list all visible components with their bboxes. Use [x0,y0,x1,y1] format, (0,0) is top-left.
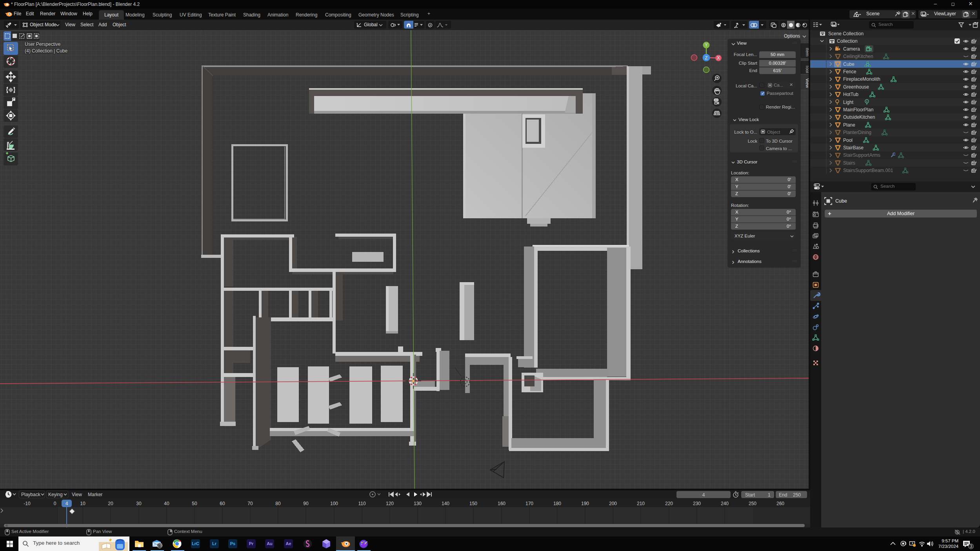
svg-text:FireplaceMonolith: FireplaceMonolith [843,76,880,82]
svg-text:260: 260 [776,501,784,506]
svg-text:4: 4 [702,492,705,498]
svg-text:4: 4 [65,501,68,506]
svg-text:X: X [717,55,720,61]
svg-text:90: 90 [303,501,309,506]
svg-text:Stairs: Stairs [843,160,855,166]
svg-text:Pool: Pool [843,138,853,143]
svg-text:170: 170 [525,501,533,506]
svg-text:100: 100 [330,501,338,506]
svg-text:130: 130 [414,501,422,506]
svg-text:Plane: Plane [843,122,855,128]
svg-text:-10: -10 [24,501,31,506]
svg-text:180: 180 [553,501,561,506]
svg-text:Fence: Fence [843,69,856,74]
svg-text:120: 120 [386,501,394,506]
svg-text:10: 10 [80,501,85,506]
svg-text:190: 190 [581,501,589,506]
svg-text:StairBase: StairBase [843,145,864,150]
svg-text:3: 3 [970,544,973,549]
svg-text:Start: Start [745,492,755,498]
svg-text:Playback: Playback [21,492,41,497]
svg-text:Greenhouse: Greenhouse [843,84,869,90]
svg-text:110: 110 [358,501,365,506]
svg-text:28: 28 [157,542,162,548]
svg-text:Cube: Cube [843,62,855,67]
svg-text:30: 30 [136,501,142,506]
svg-text:Light: Light [843,100,854,105]
svg-text:250: 250 [749,501,756,506]
svg-text:150: 150 [469,501,477,506]
svg-text:Camera: Camera [843,46,860,52]
svg-text:View: View [72,492,82,497]
svg-text:20: 20 [108,501,113,506]
svg-text:0: 0 [54,501,56,506]
svg-text:CeilingKitchen: CeilingKitchen [843,54,873,59]
svg-text:200: 200 [609,501,617,506]
svg-text:250: 250 [793,492,801,498]
svg-text:140: 140 [442,501,449,506]
svg-text:HotTub: HotTub [843,92,858,97]
svg-text:StairsSupportBeam.001: StairsSupportBeam.001 [843,168,893,173]
svg-text:Keying: Keying [48,492,63,497]
svg-text:PlanterDining: PlanterDining [843,130,871,135]
svg-text:230: 230 [693,501,701,506]
svg-text:Scene Collection: Scene Collection [828,31,864,36]
svg-text:StairSupportArms: StairSupportArms [843,152,880,158]
svg-text:70: 70 [247,501,253,506]
svg-text:Collection: Collection [837,38,858,44]
svg-text:Y: Y [705,42,708,48]
svg-text:MainFloorPlan: MainFloorPlan [843,107,873,112]
svg-text:60: 60 [220,501,225,506]
svg-text:OutsideKitchen: OutsideKitchen [843,114,875,120]
svg-text:Z: Z [705,55,707,61]
svg-text:210: 210 [637,501,645,506]
svg-text:240: 240 [721,501,729,506]
svg-text:50: 50 [192,501,197,506]
svg-text:End: End [779,492,787,498]
svg-text:80: 80 [275,501,281,506]
svg-text:160: 160 [498,501,505,506]
svg-text:220: 220 [665,501,673,506]
svg-text:40: 40 [164,501,169,506]
svg-text:1: 1 [768,492,771,498]
svg-text:Marker: Marker [88,492,102,497]
